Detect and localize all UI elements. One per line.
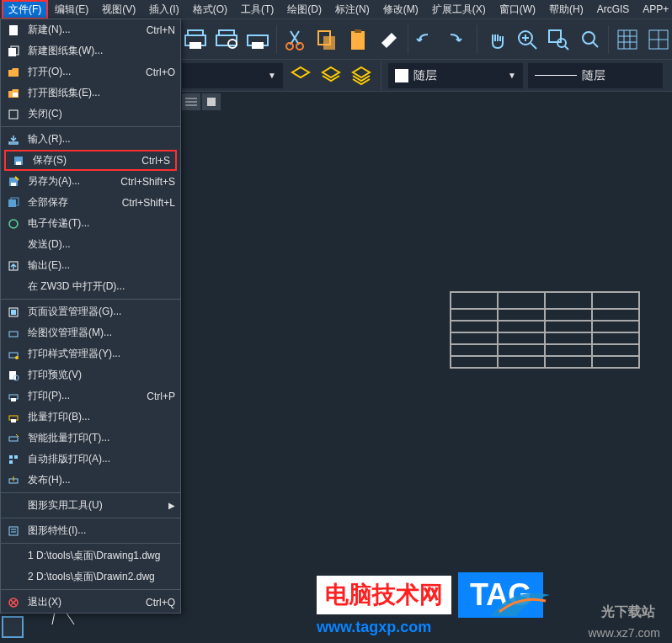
menu-appplus[interactable]: APP+	[636, 1, 672, 18]
close-icon	[6, 107, 21, 122]
menu-pagesetup[interactable]: 页面设置管理器(G)...	[1, 301, 180, 322]
undo-tool-icon[interactable]	[413, 24, 441, 56]
menu-view[interactable]: 视图(V)	[95, 0, 142, 19]
watermark-title: 电脑技术网	[317, 576, 451, 614]
menu-tools[interactable]: 工具(T)	[234, 0, 280, 19]
line-sample	[535, 75, 577, 76]
svg-line-15	[531, 43, 536, 49]
menu-exit[interactable]: 退出(X) Ctrl+Q	[1, 592, 180, 613]
grid-tool-icon[interactable]	[644, 24, 672, 56]
menu-drawing-properties[interactable]: 图形特性(I)...	[1, 520, 180, 541]
svg-point-9	[296, 43, 303, 50]
smartprint-icon	[6, 431, 21, 446]
file-dropdown-menu: 新建(N)... Ctrl+N 新建图纸集(W)... 打开(O)... Ctr…	[0, 19, 181, 614]
menu-batch-print[interactable]: 批量打印(B)...	[1, 407, 180, 428]
autolayout-icon	[6, 452, 21, 467]
print-icon	[6, 389, 21, 404]
svg-rect-2	[189, 42, 201, 49]
menu-plotter-manager[interactable]: 绘图仪管理器(M)...	[1, 322, 180, 343]
menu-dimension[interactable]: 标注(N)	[328, 0, 376, 19]
tab-list-icon[interactable]	[182, 93, 200, 110]
new-sheet-icon	[6, 44, 21, 59]
layer-icon-1[interactable]	[288, 63, 313, 88]
menu-recent-1[interactable]: 1 D:\tools\桌面\Drawing1.dwg	[1, 545, 180, 566]
svg-rect-59	[9, 437, 18, 441]
print-preview-tool-icon[interactable]	[213, 24, 241, 56]
svg-rect-13	[355, 29, 361, 33]
linetype-dropdown[interactable]: 随层	[528, 63, 663, 88]
menu-send[interactable]: 发送(D)...	[1, 234, 180, 255]
menu-insert[interactable]: 插入(I)	[142, 0, 185, 19]
menu-save[interactable]: 保存(S) Ctrl+S	[4, 150, 177, 171]
watermark-swoosh-icon	[487, 582, 554, 624]
svg-rect-23	[618, 30, 637, 49]
menu-drawing-utilities[interactable]: 图形实用工具(U) ▶	[1, 495, 180, 516]
svg-rect-39	[9, 110, 18, 119]
menu-publish[interactable]: 发布(H)...	[1, 470, 180, 491]
menu-smart-batch-print[interactable]: 智能批量打印(T)...	[1, 428, 180, 449]
export-icon	[6, 258, 21, 274]
menu-new[interactable]: 新建(N)... Ctrl+N	[1, 19, 180, 40]
tab-new-icon[interactable]	[202, 93, 221, 110]
menu-print-preview[interactable]: 打印预览(V)	[1, 364, 180, 385]
menu-recent-2[interactable]: 2 D:\tools\桌面\Drawin2.dwg	[1, 566, 180, 587]
color-dropdown[interactable]: 随层 ▼	[388, 63, 523, 88]
print-tool-icon[interactable]	[182, 24, 210, 56]
plot-tool-icon[interactable]	[243, 24, 271, 56]
menu-modify[interactable]: 修改(M)	[376, 0, 425, 19]
copy-tool-icon[interactable]	[313, 24, 341, 56]
svg-rect-34	[207, 98, 216, 106]
svg-line-20	[565, 46, 568, 50]
watermark-extra-title: 光下载站	[601, 603, 655, 621]
menu-extensions[interactable]: 扩展工具(X)	[425, 0, 493, 19]
layer-dropdown[interactable]: ▼	[182, 63, 283, 88]
menu-new-sheetset[interactable]: 新建图纸集(W)...	[1, 40, 180, 61]
layer-icon-2[interactable]	[318, 63, 344, 88]
svg-line-22	[593, 42, 598, 47]
menu-open[interactable]: 打开(O)... Ctrl+O	[1, 61, 180, 82]
menu-file[interactable]: 文件(F)	[2, 0, 48, 19]
zoom-previous-icon[interactable]	[575, 24, 603, 56]
paste-tool-icon[interactable]	[344, 24, 371, 56]
svg-point-21	[583, 32, 595, 44]
table-tool-icon[interactable]	[614, 24, 642, 56]
pan-tool-icon[interactable]	[483, 24, 510, 56]
menu-close[interactable]: 关闭(C)	[1, 104, 180, 125]
chevron-down-icon: ▼	[508, 71, 516, 80]
layer-icon-3[interactable]	[349, 63, 374, 88]
zoom-realtime-icon[interactable]	[514, 24, 541, 56]
menu-export[interactable]: 输出(E)...	[1, 255, 180, 276]
menu-format[interactable]: 格式(O)	[186, 0, 234, 19]
menu-plotstyle-manager[interactable]: 打印样式管理器(Y)...	[1, 343, 180, 364]
menu-edit[interactable]: 编辑(E)	[48, 0, 95, 19]
drawing-table[interactable]	[450, 291, 640, 369]
cut-tool-icon[interactable]	[282, 24, 310, 56]
menu-open-sheetset[interactable]: 打开图纸集(E)...	[1, 82, 180, 104]
menu-import[interactable]: 输入(R)...	[1, 129, 180, 150]
chevron-down-icon: ▼	[268, 71, 276, 80]
redo-tool-icon[interactable]	[444, 24, 472, 56]
preview-icon	[6, 368, 21, 383]
batchprint-icon	[6, 410, 21, 425]
eraser-tool-icon[interactable]	[375, 24, 403, 56]
svg-rect-41	[16, 162, 21, 165]
menu-window[interactable]: 窗口(W)	[493, 0, 542, 19]
menu-etransmit[interactable]: 电子传递(T)...	[1, 213, 180, 234]
menu-saveall[interactable]: 全部保存 Ctrl+Shift+L	[1, 192, 180, 213]
plotter-icon	[6, 326, 21, 341]
menu-auto-layout-print[interactable]: 自动排版打印(A)...	[1, 449, 180, 470]
svg-rect-35	[9, 25, 18, 35]
svg-rect-60	[9, 455, 13, 459]
menu-draw[interactable]: 绘图(D)	[280, 0, 328, 19]
etransmit-icon	[6, 216, 21, 231]
menu-open-zw3d[interactable]: 在 ZW3D 中打开(D)...	[1, 276, 180, 297]
linetype-dropdown-label: 随层	[582, 68, 605, 83]
menu-saveas[interactable]: 另存为(A)... Ctrl+Shift+S	[1, 171, 180, 192]
publish-icon	[6, 473, 21, 488]
menu-arcgis[interactable]: ArcGIS	[590, 1, 637, 18]
menu-print[interactable]: 打印(P)... Ctrl+P	[1, 385, 180, 407]
pagesetup-icon	[6, 305, 21, 320]
zoom-window-icon[interactable]	[544, 24, 572, 56]
menu-help[interactable]: 帮助(H)	[542, 0, 590, 19]
saveall-icon	[6, 195, 21, 210]
